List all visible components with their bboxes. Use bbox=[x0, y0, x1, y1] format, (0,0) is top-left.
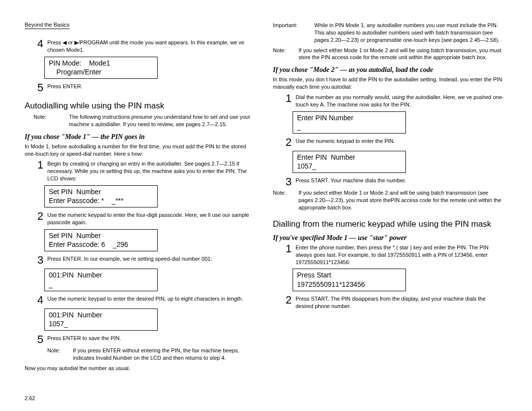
note-block: Note: The following instructions presume… bbox=[33, 113, 256, 128]
note-label: Note: bbox=[273, 47, 293, 62]
lcd-display: Enter PIN Number _ bbox=[293, 111, 406, 134]
step-number: 4 bbox=[34, 38, 43, 54]
step-3: 3 Press START. Your machine dials the nu… bbox=[283, 177, 504, 187]
header-section: Beyond the Basics bbox=[25, 22, 69, 29]
step-number: 2 bbox=[34, 211, 43, 226]
step-text: Press START. Your machine dials the numb… bbox=[296, 177, 504, 187]
note-label: Note: bbox=[273, 189, 293, 211]
step-text: Press ENTER to save the PIN. bbox=[47, 335, 256, 345]
step-text: Use the numeric keypad to enter the four… bbox=[47, 211, 256, 226]
step-number: 5 bbox=[34, 334, 43, 345]
step-4: 4 Use the numeric keypad to enter the de… bbox=[34, 295, 256, 306]
step-text: Use the numeric keypad to enter the PIN. bbox=[296, 137, 504, 148]
note-block: Note: If you select either Mode 1 or Mod… bbox=[273, 47, 504, 62]
note-label: Note: bbox=[33, 113, 63, 128]
step-number: 3 bbox=[283, 176, 292, 187]
step-text: Press START. The PIN disappears from the… bbox=[296, 295, 504, 310]
note-block: Note: If you select either Mode 1 or Mod… bbox=[273, 189, 504, 211]
step-4a: 4 Press ◀ or ▶/PROGRAM until the mode yo… bbox=[34, 39, 256, 54]
step-5a: 5 Press ENTER. bbox=[34, 83, 256, 93]
section-heading: Dialling from the numeric keypad while u… bbox=[273, 219, 504, 229]
note-body: If you select either Mode 1 or Mode 2 an… bbox=[299, 47, 504, 62]
step-1: 1 Begin by creating or changing an entry… bbox=[34, 160, 256, 182]
lcd-display: Set PIN Number Enter Passcode: 6 _296 bbox=[44, 229, 158, 251]
step-1b: 1 Enter the phone number, then press the… bbox=[283, 244, 504, 266]
subheading: If you chose "Mode 2" — as you autodial,… bbox=[273, 66, 504, 74]
step-number: 1 bbox=[34, 160, 43, 182]
step-5: 5 Press ENTER to save the PIN. bbox=[34, 335, 256, 345]
step-number: 1 bbox=[283, 243, 292, 266]
step-1: 1 Dial the number as you normally would,… bbox=[283, 94, 504, 108]
step-number: 3 bbox=[34, 255, 43, 266]
body-text: In Mode 1, before autodialling a number … bbox=[25, 143, 256, 158]
step-text: Enter the phone number, then press the *… bbox=[296, 244, 504, 266]
note-body: If you press ENTER without entering the … bbox=[73, 347, 256, 362]
note-block: Note: If you press ENTER without enterin… bbox=[47, 347, 256, 362]
lcd-display: Enter PIN Number 1057_ bbox=[293, 151, 406, 173]
subheading: If you chose "Mode 1" — the PIN goes in bbox=[25, 133, 256, 141]
step-text: Dial the number as you normally would, u… bbox=[296, 94, 504, 108]
step-2b: 2 Press START. The PIN disappears from t… bbox=[283, 295, 504, 310]
lcd-display: 001:PIN Number 1057_ bbox=[44, 308, 158, 331]
note-label: Note: bbox=[47, 347, 67, 362]
note-body: If you select either Mode 1 or Mode 2 an… bbox=[299, 189, 504, 211]
important-label: Important: bbox=[273, 22, 308, 44]
step-number: 2 bbox=[283, 137, 292, 148]
step-2: 2 Use the numeric keypad to enter the fo… bbox=[34, 211, 256, 226]
step-text: Begin by creating or changing an entry i… bbox=[47, 160, 256, 182]
important-block: Important: While in PIN Mode 1, any auto… bbox=[273, 22, 504, 44]
lcd-display: 001:PIN Number _ bbox=[44, 269, 158, 291]
lcd-display: PIN Mode: Mode1 Program/Enter bbox=[44, 57, 158, 79]
section-heading: Autodialling while using the PIN mask bbox=[25, 101, 256, 111]
step-number: 4 bbox=[34, 295, 43, 306]
body-text: Now you may autodial the number as usual… bbox=[25, 365, 256, 372]
step-3: 3 Press ENTER. In our example, we re set… bbox=[34, 255, 256, 266]
important-body: While in PIN Mode 1, any autodialler num… bbox=[314, 22, 504, 44]
step-number: 1 bbox=[283, 93, 292, 108]
body-text: In this mode, you don t have to add the … bbox=[273, 76, 504, 91]
lcd-display: Set PIN Number Enter Passcode: * _*** bbox=[44, 185, 158, 207]
page-number: 2.62 bbox=[25, 395, 35, 401]
step-text: Use the numeric keypad to enter the desi… bbox=[47, 295, 256, 306]
lcd-display: Press Start 19725550911*123456 bbox=[293, 269, 406, 291]
step-number: 5 bbox=[34, 82, 43, 93]
step-text: Press ENTER. In our example, we re setti… bbox=[47, 255, 256, 266]
note-body: The following instructions presume you u… bbox=[69, 113, 256, 128]
step-number: 2 bbox=[283, 295, 292, 310]
step-text: Press ◀ or ▶/PROGRAM until the mode you … bbox=[47, 39, 256, 54]
subheading: If you've specified Mode 1 — use "star" … bbox=[273, 234, 504, 242]
step-text: Press ENTER. bbox=[47, 83, 256, 93]
step-2: 2 Use the numeric keypad to enter the PI… bbox=[283, 137, 504, 148]
